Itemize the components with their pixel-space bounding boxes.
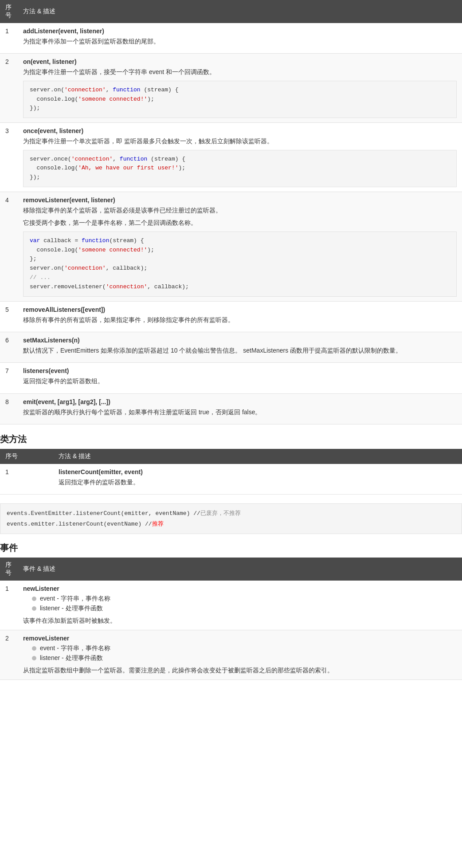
deprecated-line2: events.emitter.listenerCount(eventName) … — [7, 519, 455, 529]
method-name: listenerCount(emitter, event) — [59, 468, 457, 475]
row-num: 1 — [0, 23, 18, 54]
row-num: 3 — [0, 123, 18, 192]
method-name: listeners(event) — [23, 367, 457, 374]
bullet-text: listener - 处理事件函数 — [40, 654, 103, 662]
table-row: 1addListener(event, listener)为指定事件添加一个监听… — [0, 23, 462, 54]
method-desc: 默认情况下，EventEmitters 如果你添加的监听器超过 10 个就会输出… — [23, 346, 457, 355]
table-row: 2removeListenerevent - 字符串，事件名称listener … — [0, 630, 462, 680]
row-num: 1 — [0, 464, 53, 495]
row-num: 5 — [0, 301, 18, 332]
table-row: 3once(event, listener)为指定事件注册一个单次监听器，即 监… — [0, 123, 462, 192]
method-desc: 移除所有事件的所有监听器，如果指定事件，则移除指定事件的所有监听器。 — [23, 315, 457, 325]
bullet-icon — [32, 606, 36, 611]
row-num: 6 — [0, 332, 18, 362]
event-footer: 该事件在添加新监听器时被触发。 — [23, 616, 457, 625]
table-row: 5removeAllListeners([event])移除所有事件的所有监听器… — [0, 301, 462, 332]
events-header-num: 序号 — [0, 558, 18, 581]
method-name: removeAllListeners([event]) — [23, 306, 457, 313]
method-desc: 返回指定事件的监听器数量。 — [59, 477, 457, 487]
table-row: 6setMaxListeners(n)默认情况下，EventEmitters 如… — [0, 332, 462, 362]
event-name: newListener — [23, 585, 457, 592]
event-name: removeListener — [23, 635, 457, 642]
method-name: setMaxListeners(n) — [23, 337, 457, 344]
list-item: listener - 处理事件函数 — [32, 605, 457, 613]
method-desc: 为指定事件注册一个单次监听器，即 监听器最多只会触发一次，触发后立刻解除该监听器… — [23, 136, 457, 146]
bullet-text: event - 字符串，事件名称 — [40, 644, 110, 652]
table-row: 8emit(event, [arg1], [arg2], [...])按监听器的… — [0, 393, 462, 424]
row-content: listeners(event)返回指定事件的监听器数组。 — [18, 363, 462, 393]
methods-table: 序号 方法 & 描述 1addListener(event, listener)… — [0, 0, 462, 424]
events-table: 序号 事件 & 描述 1newListenerevent - 字符串，事件名称l… — [0, 558, 462, 680]
code-block: server.once('connection', function (stre… — [23, 150, 457, 187]
event-bullets: event - 字符串，事件名称listener - 处理事件函数 — [23, 595, 457, 613]
deprecated-line1-deprecated: 已废弃，不推荐 — [200, 510, 241, 517]
bullet-icon — [32, 597, 36, 601]
row-content: once(event, listener)为指定事件注册一个单次监听器，即 监听… — [18, 123, 462, 192]
deprecated-line1: events.EventEmitter.listenerCount(emitte… — [7, 508, 455, 518]
bullet-text: listener - 处理事件函数 — [40, 605, 103, 613]
row-content: removeAllListeners([event])移除所有事件的所有监听器，… — [18, 301, 462, 332]
list-item: event - 字符串，事件名称 — [32, 644, 457, 652]
table-row: 2on(event, listener)为指定事件注册一个监听器，接受一个字符串… — [0, 54, 462, 123]
method-name: once(event, listener) — [23, 127, 457, 134]
method-name: on(event, listener) — [23, 58, 457, 65]
code-block: var callback = function(stream) { consol… — [23, 232, 457, 297]
code-block: server.on('connection', function (stream… — [23, 81, 457, 118]
list-item: event - 字符串，事件名称 — [32, 595, 457, 603]
row-num: 1 — [0, 581, 18, 630]
bullet-icon — [32, 646, 36, 651]
methods-header-num: 序号 — [0, 0, 18, 23]
method-name: emit(event, [arg1], [arg2], [...]) — [23, 398, 457, 405]
row-num: 2 — [0, 54, 18, 123]
deprecated-line2-recommended: 推荐 — [152, 521, 164, 527]
row-num: 2 — [0, 630, 18, 680]
method-desc2: 它接受两个参数，第一个是事件名称，第二个是回调函数名称。 — [23, 218, 457, 228]
row-content: removeListenerevent - 字符串，事件名称listener -… — [18, 630, 462, 680]
methods-header-method: 方法 & 描述 — [18, 0, 462, 23]
deprecated-line2-prefix: events.emitter.listenerCount(eventName) … — [7, 521, 152, 527]
bullet-icon — [32, 656, 36, 660]
bullet-text: event - 字符串，事件名称 — [40, 595, 110, 603]
deprecated-block: events.EventEmitter.listenerCount(emitte… — [0, 503, 462, 534]
row-num: 7 — [0, 363, 18, 393]
class-methods-title: 类方法 — [0, 433, 462, 445]
event-footer: 从指定监听器数组中删除一个监听器。需要注意的是，此操作将会改变处于被删监听器之后… — [23, 666, 457, 675]
event-bullets: event - 字符串，事件名称listener - 处理事件函数 — [23, 644, 457, 662]
class-header-method: 方法 & 描述 — [53, 449, 462, 464]
method-desc: 为指定事件注册一个监听器，接受一个字符串 event 和一个回调函数。 — [23, 67, 457, 77]
list-item: listener - 处理事件函数 — [32, 654, 457, 662]
row-content: emit(event, [arg1], [arg2], [...])按监听器的顺… — [18, 393, 462, 424]
method-desc: 返回指定事件的监听器数组。 — [23, 376, 457, 386]
deprecated-line1-prefix: events.EventEmitter.listenerCount(emitte… — [7, 510, 200, 517]
events-section: 事件 序号 事件 & 描述 1newListenerevent - 字符串，事件… — [0, 542, 462, 680]
row-content: addListener(event, listener)为指定事件添加一个监听器… — [18, 23, 462, 54]
method-desc: 按监听器的顺序执行执行每个监听器，如果事件有注册监听返回 true，否则返回 f… — [23, 407, 457, 417]
method-name: addListener(event, listener) — [23, 27, 457, 35]
table-row: 7listeners(event)返回指定事件的监听器数组。 — [0, 363, 462, 393]
events-header-event: 事件 & 描述 — [18, 558, 462, 581]
table-row: 1newListenerevent - 字符串，事件名称listener - 处… — [0, 581, 462, 630]
row-content: on(event, listener)为指定事件注册一个监听器，接受一个字符串 … — [18, 54, 462, 123]
method-desc: 为指定事件添加一个监听器到监听器数组的尾部。 — [23, 36, 457, 46]
table-row: 4removeListener(event, listener)移除指定事件的某… — [0, 192, 462, 301]
events-title: 事件 — [0, 542, 462, 554]
class-header-num: 序号 — [0, 449, 53, 464]
method-name: removeListener(event, listener) — [23, 196, 457, 204]
class-methods-table: 序号 方法 & 描述 1listenerCount(emitter, event… — [0, 449, 462, 495]
row-num: 4 — [0, 192, 18, 301]
row-content: setMaxListeners(n)默认情况下，EventEmitters 如果… — [18, 332, 462, 362]
row-num: 8 — [0, 393, 18, 424]
class-methods-section: 类方法 序号 方法 & 描述 1listenerCount(emitter, e… — [0, 433, 462, 495]
row-content: removeListener(event, listener)移除指定事件的某个… — [18, 192, 462, 301]
row-content: listenerCount(emitter, event)返回指定事件的监听器数… — [53, 464, 462, 495]
table-row: 1listenerCount(emitter, event)返回指定事件的监听器… — [0, 464, 462, 495]
row-content: newListenerevent - 字符串，事件名称listener - 处理… — [18, 581, 462, 630]
method-desc1: 移除指定事件的某个监听器，监听器必须是该事件已经注册过的监听器。 — [23, 205, 457, 215]
